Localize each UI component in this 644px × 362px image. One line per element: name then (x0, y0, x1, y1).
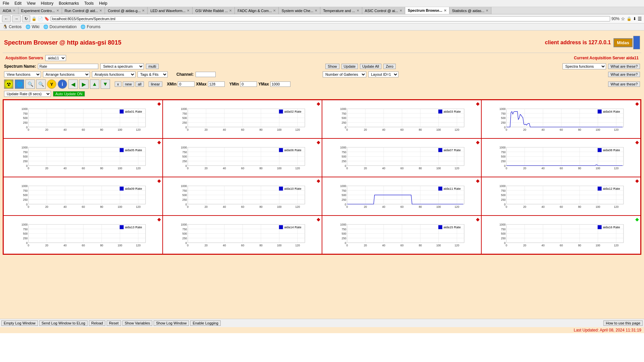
tab-control[interactable]: Control @ aidas-g... ✕ (105, 7, 148, 14)
layout-id-select[interactable]: Layout ID=1 (368, 71, 398, 77)
chart-cell-aida10[interactable]: ◆02505007501000020406080100120aida10 Rat… (163, 177, 322, 216)
tab-close[interactable]: ✕ (187, 9, 190, 12)
search-minus-icon-btn[interactable]: 🔍 (36, 79, 46, 89)
bookmark-centos[interactable]: 🐧 Centos (3, 24, 21, 29)
ymin-input[interactable]: 0 (240, 81, 257, 87)
chart-cell-aida12[interactable]: ◆02505007501000020406080100120aida12 Rat… (481, 177, 641, 216)
chart-cell-aida08[interactable]: ◆02505007501000020406080100120aida08 Rat… (481, 138, 641, 177)
bookmark-documentation[interactable]: 🌐 Documentation (43, 24, 76, 29)
what-are-these-3[interactable]: What are these? (608, 81, 640, 87)
menu-help[interactable]: Help (99, 1, 107, 6)
analysis-functions-select[interactable]: Analysis functions (92, 71, 136, 77)
arrow-up-btn[interactable]: ▲ (90, 79, 99, 89)
multi-button[interactable]: multi (146, 64, 158, 69)
address-input[interactable]: localhost:8015/Spectrum/Spectrum.tml (51, 16, 610, 21)
x-button[interactable]: x (115, 81, 121, 87)
tab-gsi[interactable]: GSI White Rabbit ... ✕ (193, 7, 235, 14)
globe-icon-btn[interactable]: 🌐 (15, 79, 24, 89)
tab-close[interactable]: ✕ (399, 9, 402, 12)
tab-close[interactable]: ✕ (99, 9, 102, 12)
spectrum-name-input[interactable]: Rate (38, 64, 98, 69)
spectra-functions-select[interactable]: Spectra functions (562, 63, 606, 69)
chart-cell-aida06[interactable]: ◆02505007501000020406080100120aida06 Rat… (163, 138, 322, 177)
arrange-functions-select[interactable]: Arrange functions (43, 71, 90, 77)
tab-close[interactable]: ✕ (13, 9, 15, 12)
menu-edit[interactable]: Edit (14, 1, 21, 6)
chart-cell-aida15[interactable]: ◆02505007501000020406080100120aida15 Rat… (322, 216, 481, 254)
search-plus-icon-btn[interactable]: 🔍 (25, 79, 35, 89)
chart-cell-aida11[interactable]: ◆02505007501000020406080100120aida11 Rat… (322, 177, 481, 216)
tab-run-control[interactable]: Run Control @ aid... ✕ (62, 7, 105, 14)
how-to-use-btn[interactable]: How to use this page (603, 320, 643, 326)
chart-cell-aida04[interactable]: ◆02505007501000020406080100120aida04 Rat… (481, 100, 641, 138)
forward-button[interactable]: → (12, 15, 21, 22)
menu-tools[interactable]: Tools (84, 1, 94, 6)
menu-bookmarks[interactable]: Bookmarks (59, 1, 79, 6)
reset-btn[interactable]: Reset (107, 320, 121, 326)
new-button[interactable]: new (123, 81, 134, 87)
number-of-galleries-select[interactable]: Number of Galleries (323, 71, 366, 77)
tab-led[interactable]: LED and Waveform... ✕ (148, 7, 193, 14)
refresh-button[interactable]: ↻ (22, 15, 30, 22)
tab-statistics[interactable]: Statistics @ aidas... ✕ (449, 7, 492, 14)
what-are-these-1[interactable]: What are these? (608, 64, 640, 69)
chart-cell-aida03[interactable]: ◆02505007501000020406080100120aida03 Rat… (322, 100, 481, 138)
back-button[interactable]: ← (2, 15, 11, 22)
bookmark-forums[interactable]: 🌐 Forums (80, 24, 100, 29)
info-icon-btn[interactable]: i (58, 79, 67, 89)
arrow-right-btn[interactable]: ▶ (79, 79, 89, 89)
tab-asic[interactable]: ASIC Control @ ai... ✕ (362, 7, 405, 14)
reload-btn[interactable]: Reload (89, 320, 105, 326)
xmin-input[interactable]: 0 (178, 81, 195, 87)
update-button[interactable]: Update (341, 64, 358, 69)
tab-experiment[interactable]: Experiment Contro... ✕ (18, 7, 62, 14)
update-all-button[interactable]: Update All (360, 64, 381, 69)
tab-temperature[interactable]: Temperature and ... ✕ (320, 7, 362, 14)
channel-input[interactable] (196, 72, 216, 77)
chart-cell-aida13[interactable]: ◆02505007501000020406080100120aida13 Rat… (3, 216, 163, 254)
tab-system[interactable]: System wide Che... ✕ (279, 7, 320, 14)
show-button[interactable]: Show (325, 64, 339, 69)
menu-view[interactable]: View (27, 1, 36, 6)
chart-cell-aida07[interactable]: ◆02505007501000020406080100120aida07 Rat… (322, 138, 481, 177)
tab-close[interactable]: ✕ (56, 9, 59, 12)
tab-close[interactable]: ✕ (273, 9, 276, 12)
chart-cell-aida02[interactable]: ◆02505007501000020406080100120aida02 Rat… (163, 100, 322, 138)
show-variables-btn[interactable]: Show Variables (122, 320, 153, 326)
update-rate-select[interactable]: Update Rate (8 secs) (4, 91, 51, 97)
tab-close[interactable]: ✕ (229, 9, 232, 12)
tab-close[interactable]: ✕ (315, 9, 317, 12)
menu-file[interactable]: File (3, 1, 9, 6)
linear-button[interactable]: linear (149, 81, 162, 87)
xmax-input[interactable]: 128 (208, 81, 225, 87)
bookmark-wiki[interactable]: 🌐 Wiki (25, 24, 39, 29)
tab-close[interactable]: ✕ (486, 9, 488, 12)
tab-spectrum-browser[interactable]: Spectrum Browse... ✕ (405, 7, 449, 14)
tags-fits-select[interactable]: Tags & Fits (138, 71, 168, 77)
tab-close[interactable]: ✕ (444, 9, 446, 12)
ymax-input[interactable]: 1000 (270, 81, 290, 87)
chart-cell-aida05[interactable]: ◆02505007501000020406080100120aida05 Rat… (3, 138, 163, 177)
tab-fadc[interactable]: FADC Align & Com... ✕ (235, 7, 279, 14)
menu-history[interactable]: History (41, 1, 53, 6)
select-spectrum-dropdown[interactable]: Select a spectrum (100, 63, 144, 69)
enable-logging-btn[interactable]: Enable Logging (190, 320, 220, 326)
chart-cell-aida09[interactable]: ◆02505007501000020406080100120aida09 Rat… (3, 177, 163, 216)
what-are-these-2[interactable]: What are these? (608, 72, 640, 77)
download-icon[interactable]: ⬇ (633, 16, 636, 21)
menu-icon[interactable]: ☰ (638, 16, 642, 21)
chart-cell-aida14[interactable]: ◆02505007501000020406080100120aida14 Rat… (163, 216, 322, 254)
tab-close[interactable]: ✕ (142, 9, 145, 12)
chart-cell-aida16[interactable]: ◆02505007501000020406080100120aida16 Rat… (481, 216, 641, 254)
nuclear-icon-btn[interactable]: ☢ (4, 79, 13, 89)
chart-cell-aida01[interactable]: ◆02505007501000020406080100120aida01 Rat… (3, 100, 163, 138)
arrow-left-btn[interactable]: ◀ (68, 79, 78, 89)
view-functions-select[interactable]: View functions (4, 71, 41, 77)
tab-aida[interactable]: AIDA ✕ (0, 7, 18, 14)
send-log-elog-btn[interactable]: Send Log Window to ELog (39, 320, 88, 326)
acq-server-select[interactable]: aida11 (45, 55, 66, 61)
empty-log-btn[interactable]: Empty Log Window (1, 320, 38, 326)
show-log-window-btn[interactable]: Show Log Window (154, 320, 189, 326)
arrow-down-btn[interactable]: ▼ (101, 79, 110, 89)
y-icon-btn[interactable]: Y (47, 79, 56, 89)
